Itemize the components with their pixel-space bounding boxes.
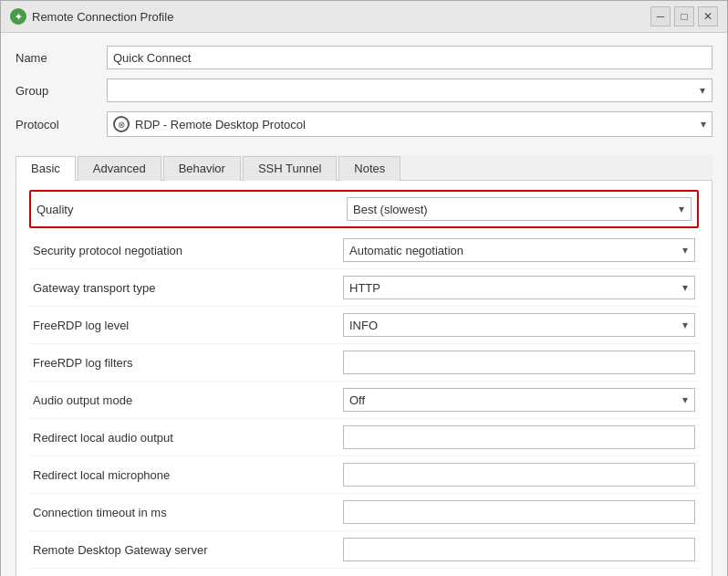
settings-select[interactable]: Best (slowest)MediumPoor (fastest) bbox=[347, 197, 692, 221]
settings-input[interactable] bbox=[343, 351, 695, 374]
tab-advanced[interactable]: Advanced bbox=[78, 156, 161, 181]
settings-control: Best (slowest)MediumPoor (fastest) bbox=[347, 197, 692, 221]
protocol-selector[interactable]: ⊗ RDP - Remote Desktop Protocol ▾ bbox=[107, 111, 712, 137]
settings-input[interactable] bbox=[343, 538, 695, 561]
settings-control: OffLocalRemote bbox=[343, 388, 695, 412]
minimize-button[interactable]: ─ bbox=[650, 6, 671, 26]
settings-label: Gateway transport type bbox=[33, 281, 343, 295]
settings-select[interactable]: INFODEBUGWARNERROR bbox=[343, 313, 695, 337]
settings-input[interactable] bbox=[343, 500, 695, 524]
settings-select-wrapper: HTTPHTTPSAuto bbox=[343, 276, 695, 299]
settings-control: INFODEBUGWARNERROR bbox=[343, 313, 695, 337]
settings-input[interactable] bbox=[343, 463, 695, 487]
settings-row: Connection timeout in ms bbox=[29, 494, 699, 531]
settings-label: Security protocol negotiation bbox=[33, 244, 343, 257]
group-label: Group bbox=[16, 84, 107, 98]
settings-control bbox=[343, 500, 695, 524]
protocol-icon: ⊗ bbox=[113, 116, 130, 132]
name-label: Name bbox=[16, 51, 107, 65]
main-window: ✦ Remote Connection Profile ─ □ ✕ Name G… bbox=[0, 0, 728, 576]
settings-row: QualityBest (slowest)MediumPoor (fastest… bbox=[29, 190, 699, 228]
settings-input[interactable] bbox=[343, 425, 695, 449]
titlebar: ✦ Remote Connection Profile ─ □ ✕ bbox=[1, 1, 727, 33]
settings-control bbox=[343, 351, 695, 374]
tab-content-area: QualityBest (slowest)MediumPoor (fastest… bbox=[16, 181, 712, 576]
settings-select[interactable]: HTTPHTTPSAuto bbox=[343, 276, 695, 299]
settings-control bbox=[343, 425, 695, 449]
settings-row: Remote Desktop Gateway server bbox=[29, 531, 699, 569]
settings-list: QualityBest (slowest)MediumPoor (fastest… bbox=[29, 190, 699, 569]
window-title: Remote Connection Profile bbox=[32, 10, 173, 24]
settings-row: Gateway transport typeHTTPHTTPSAuto bbox=[29, 269, 699, 307]
settings-select-wrapper: Best (slowest)MediumPoor (fastest) bbox=[347, 197, 692, 221]
settings-label: Remote Desktop Gateway server bbox=[33, 543, 343, 557]
settings-select-wrapper: OffLocalRemote bbox=[343, 388, 695, 412]
settings-row: FreeRDP log levelINFODEBUGWARNERROR bbox=[29, 307, 699, 344]
tab-basic[interactable]: Basic bbox=[16, 156, 76, 181]
tabs-bar: Basic Advanced Behavior SSH Tunnel Notes bbox=[16, 155, 712, 181]
protocol-text: RDP - Remote Desktop Protocol bbox=[135, 118, 701, 131]
group-row: Group bbox=[16, 79, 712, 102]
settings-select[interactable]: OffLocalRemote bbox=[343, 388, 695, 412]
tabs-container: Basic Advanced Behavior SSH Tunnel Notes… bbox=[1, 155, 727, 576]
settings-row: Security protocol negotiationAutomatic n… bbox=[29, 232, 699, 269]
name-row: Name bbox=[16, 46, 712, 69]
maximize-button[interactable]: □ bbox=[674, 6, 694, 26]
settings-label: Redirect local audio output bbox=[33, 431, 343, 445]
settings-control: HTTPHTTPSAuto bbox=[343, 276, 695, 299]
tab-behavior[interactable]: Behavior bbox=[163, 156, 241, 181]
settings-control bbox=[343, 538, 695, 561]
protocol-row: Protocol ⊗ RDP - Remote Desktop Protocol… bbox=[16, 111, 712, 137]
app-icon: ✦ bbox=[10, 8, 26, 25]
tab-notes[interactable]: Notes bbox=[338, 156, 400, 181]
tab-ssh-tunnel[interactable]: SSH Tunnel bbox=[243, 156, 337, 181]
form-content: Name Group Protocol ⊗ RDP - Remote Deskt… bbox=[1, 33, 727, 155]
protocol-dropdown-icon: ▾ bbox=[701, 118, 706, 131]
titlebar-controls: ─ □ ✕ bbox=[650, 6, 718, 26]
settings-row: FreeRDP log filters bbox=[29, 344, 699, 382]
settings-row: Audio output modeOffLocalRemote bbox=[29, 382, 699, 419]
settings-label: Redirect local microphone bbox=[33, 468, 343, 482]
settings-label: FreeRDP log filters bbox=[33, 356, 343, 370]
close-button[interactable]: ✕ bbox=[698, 6, 718, 26]
settings-label: Quality bbox=[36, 203, 347, 216]
settings-control bbox=[343, 463, 695, 487]
settings-label: FreeRDP log level bbox=[33, 319, 343, 332]
titlebar-left: ✦ Remote Connection Profile bbox=[10, 8, 173, 25]
group-select-wrapper bbox=[107, 79, 712, 102]
protocol-label: Protocol bbox=[16, 118, 107, 131]
settings-select-wrapper: INFODEBUGWARNERROR bbox=[343, 313, 695, 337]
settings-row: Redirect local audio output bbox=[29, 419, 699, 456]
settings-select-wrapper: Automatic negotiationRDPTLSNLAEXT bbox=[343, 238, 695, 262]
settings-label: Connection timeout in ms bbox=[33, 506, 343, 519]
settings-select[interactable]: Automatic negotiationRDPTLSNLAEXT bbox=[343, 238, 695, 262]
name-input[interactable] bbox=[107, 46, 712, 69]
settings-row: Redirect local microphone bbox=[29, 456, 699, 494]
group-select[interactable] bbox=[107, 79, 712, 102]
settings-label: Audio output mode bbox=[33, 393, 343, 407]
settings-control: Automatic negotiationRDPTLSNLAEXT bbox=[343, 238, 695, 262]
